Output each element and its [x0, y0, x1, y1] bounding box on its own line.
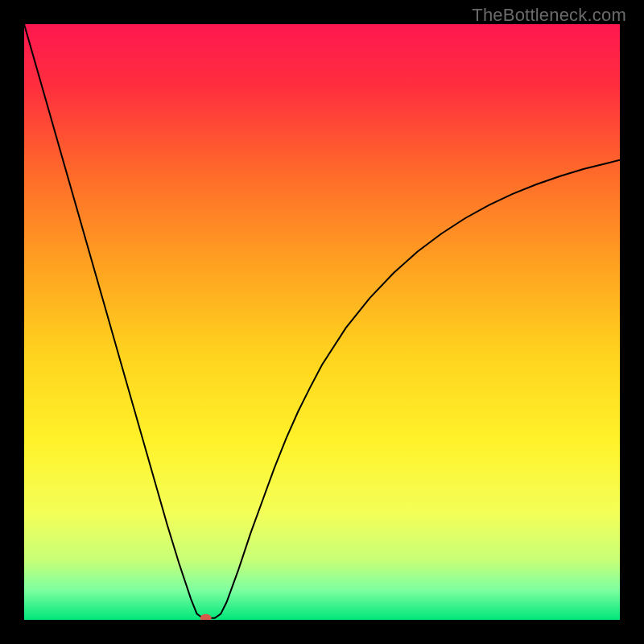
chart-container — [24, 24, 620, 620]
gradient-background — [24, 24, 620, 620]
watermark-text: TheBottleneck.com — [472, 5, 626, 26]
bottleneck-chart — [24, 24, 620, 620]
